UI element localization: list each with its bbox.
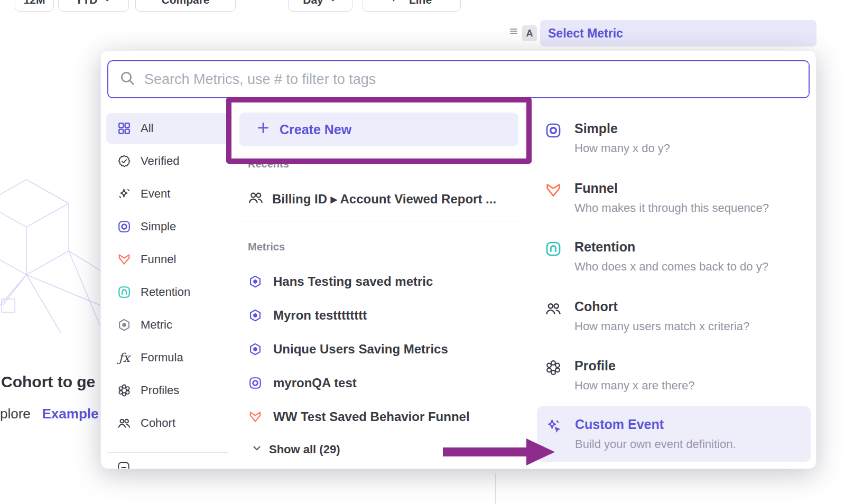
type-desc: How many x do y? bbox=[574, 142, 670, 155]
create-new-label: Create New bbox=[280, 122, 351, 137]
drag-handle-icon[interactable] bbox=[508, 25, 519, 38]
metric-item-label: Unique Users Saving Metrics bbox=[273, 342, 448, 357]
verified-badge-icon bbox=[117, 154, 132, 169]
create-new-button[interactable]: Create New bbox=[239, 113, 518, 146]
simple-metric-icon bbox=[117, 219, 132, 234]
sidebar-item-label: Retention bbox=[141, 285, 190, 299]
type-title: Custom Event bbox=[575, 417, 736, 432]
profiles-flower-icon bbox=[117, 383, 132, 398]
sidebar-item-profiles[interactable]: Profiles bbox=[106, 375, 229, 406]
saved-metric-hexagon-icon bbox=[248, 309, 263, 322]
metric-list-item[interactable]: WW Test Saved Behavior Funnel bbox=[248, 405, 470, 428]
decorative-wireframe bbox=[0, 174, 108, 349]
sidebar-item-label: Formula bbox=[141, 351, 183, 365]
range-12m-label: 12M bbox=[24, 0, 45, 6]
chevron-down-icon bbox=[328, 0, 338, 6]
sidebar-item-event[interactable]: Event bbox=[106, 179, 229, 209]
metric-type-simple[interactable]: Simple How many x do y? bbox=[545, 121, 805, 155]
type-title: Profile bbox=[574, 358, 694, 374]
range-ytd-label: YTD bbox=[76, 0, 98, 6]
metric-list-item[interactable]: Hans Testing saved metric bbox=[248, 270, 433, 293]
metric-type-profile[interactable]: Profile How many x are there? bbox=[545, 358, 805, 393]
formula-fx-icon: ƒx bbox=[117, 350, 132, 365]
cohort-people-icon bbox=[117, 416, 132, 431]
type-title: Funnel bbox=[574, 181, 769, 196]
type-desc: Who makes it through this sequence? bbox=[574, 201, 769, 215]
metric-type-cohort[interactable]: Cohort How many users match x criteria? bbox=[545, 299, 805, 333]
sidebar-item-metric[interactable]: Metric bbox=[106, 310, 229, 340]
show-all-label: Show all (29) bbox=[269, 443, 340, 456]
cohort-people-icon bbox=[545, 299, 563, 333]
recent-item-label: Billing ID ▸ Account Viewed Report ... bbox=[272, 192, 496, 207]
recent-item[interactable]: Billing ID ▸ Account Viewed Report ... bbox=[248, 188, 496, 210]
sidebar-item-all[interactable]: All bbox=[106, 113, 229, 144]
subtext-prefix: plore bbox=[0, 406, 31, 422]
vertical-divider bbox=[495, 473, 496, 504]
range-ytd-button[interactable]: YTD bbox=[58, 0, 129, 12]
saved-metric-hexagon-icon bbox=[248, 275, 263, 288]
metric-hexagon-icon bbox=[117, 318, 132, 332]
screen: 12M YTD Compare Day Line A Select Metric… bbox=[0, 0, 854, 504]
metric-type-retention[interactable]: Retention Who does x and comes back to d… bbox=[545, 239, 805, 274]
plus-icon bbox=[256, 121, 270, 138]
chevron-down-icon bbox=[251, 442, 263, 457]
empty-state-subtext-fragment: plore Example bbox=[0, 406, 98, 422]
retention-icon bbox=[117, 285, 132, 300]
sidebar-item-label: Cohort bbox=[141, 416, 175, 430]
empty-state-heading-fragment: Cohort to ge bbox=[1, 373, 95, 391]
simple-metric-icon bbox=[545, 121, 563, 155]
cohort-people-icon bbox=[248, 190, 264, 209]
metric-type-funnel[interactable]: Funnel Who makes it through this sequenc… bbox=[545, 181, 805, 215]
type-title: Simple bbox=[574, 121, 670, 136]
retention-icon bbox=[545, 239, 563, 274]
sidebar-item-label: Funnel bbox=[141, 253, 176, 266]
show-all-toggle[interactable]: Show all (29) bbox=[251, 440, 340, 459]
sidebar-item-cohort[interactable]: Cohort bbox=[106, 408, 229, 438]
chevron-down-icon bbox=[103, 0, 112, 6]
compare-button[interactable]: Compare bbox=[135, 0, 236, 12]
metric-item-label: Hans Testing saved metric bbox=[273, 274, 433, 289]
sidebar-item-funnel[interactable]: Funnel bbox=[106, 244, 229, 275]
type-title: Cohort bbox=[574, 299, 749, 314]
saved-metric-hexagon-icon bbox=[248, 342, 263, 356]
sidebar-item-retention[interactable]: Retention bbox=[106, 277, 229, 307]
compare-label: Compare bbox=[161, 0, 209, 6]
day-label: Day bbox=[303, 0, 323, 6]
search-icon bbox=[119, 70, 136, 89]
funnel-icon bbox=[545, 181, 563, 215]
sidebar-item-verified[interactable]: Verified bbox=[106, 146, 229, 176]
sidebar-item-label: Simple bbox=[141, 220, 176, 234]
type-desc: Build your own event definition. bbox=[575, 437, 736, 451]
custom-event-spark-icon bbox=[545, 417, 563, 451]
sidebar-divider bbox=[107, 452, 228, 453]
example-reports-link[interactable]: Example bbox=[42, 406, 99, 422]
search-input[interactable] bbox=[144, 63, 809, 95]
sidebar-item-label: Profiles bbox=[141, 384, 179, 397]
sidebar-item-label: Metric bbox=[141, 318, 172, 332]
select-metric-label: Select Metric bbox=[548, 26, 623, 41]
metrics-header: Metrics bbox=[248, 241, 285, 253]
range-12m-button[interactable]: 12M bbox=[15, 0, 54, 12]
select-metric-field[interactable]: Select Metric bbox=[540, 20, 816, 46]
interval-day-button[interactable]: Day bbox=[288, 0, 352, 12]
chart-type-line-button[interactable]: Line bbox=[363, 0, 461, 12]
select-metric-modal: All Verified Event Simple Funnel Retenti… bbox=[100, 50, 816, 469]
search-bar bbox=[107, 60, 810, 98]
metric-list-item[interactable]: myronQA test bbox=[248, 371, 357, 395]
metric-list-item[interactable]: Unique Users Saving Metrics bbox=[248, 338, 448, 361]
grid-icon bbox=[117, 121, 132, 136]
funnel-icon bbox=[117, 252, 132, 267]
sidebar-item-partial-icon[interactable] bbox=[117, 461, 131, 469]
sidebar-item-formula[interactable]: ƒx Formula bbox=[106, 342, 229, 373]
metric-item-label: WW Test Saved Behavior Funnel bbox=[273, 409, 470, 424]
type-title: Retention bbox=[574, 239, 768, 255]
metric-type-custom-event[interactable]: Custom Event Build your own event defini… bbox=[537, 406, 811, 462]
metric-list-item[interactable]: Myron testttttttt bbox=[248, 304, 367, 327]
line-label: Line bbox=[409, 0, 432, 6]
funnel-icon bbox=[248, 410, 263, 424]
sidebar-item-simple[interactable]: Simple bbox=[106, 211, 229, 242]
simple-metric-icon bbox=[248, 376, 263, 390]
metric-item-label: Myron testttttttt bbox=[273, 308, 367, 323]
line-chart-icon bbox=[392, 0, 404, 6]
sidebar-item-label: All bbox=[141, 122, 153, 135]
